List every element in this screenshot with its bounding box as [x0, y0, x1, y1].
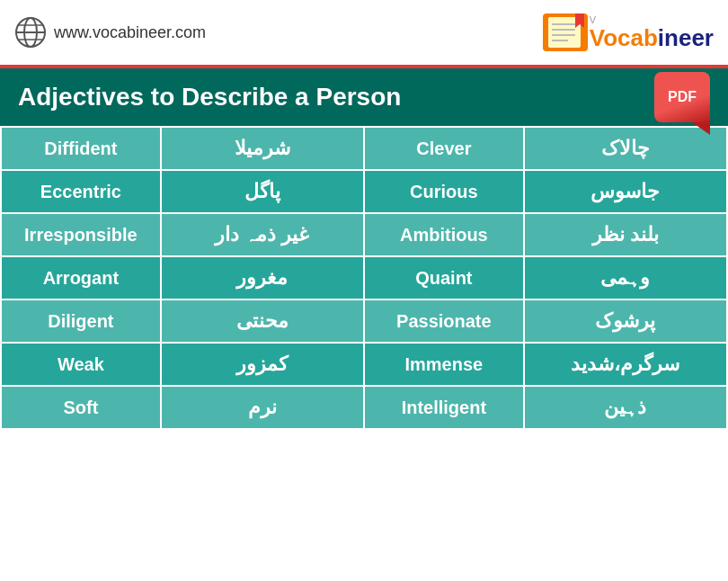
website-text: www.vocabineer.com	[54, 23, 206, 42]
english-word-right: Intelligent	[364, 386, 524, 429]
logo-voca: Vocab	[590, 24, 658, 51]
urdu-word-left: محنتی	[161, 299, 364, 343]
vocab-table: DiffidentشرمیلاCleverچالاکEccentricپاگلC…	[0, 126, 728, 430]
table-row: DiffidentشرمیلاCleverچالاک	[1, 127, 727, 170]
english-word-left: Irresponsible	[1, 213, 161, 256]
logo: V Vocabineer	[541, 10, 714, 55]
website-url: www.vocabineer.com	[14, 16, 206, 49]
urdu-word-left: نرم	[161, 386, 364, 429]
urdu-word-right: پرشوک	[524, 299, 727, 343]
english-word-left: Arrogant	[1, 256, 161, 299]
english-word-left: Diffident	[1, 127, 161, 170]
english-word-right: Curious	[364, 170, 524, 213]
table-row: WeakکمزورImmenseسرگرم،شدید	[1, 343, 727, 386]
logo-full: Vocabineer	[590, 25, 714, 51]
pdf-badge-tab	[692, 122, 710, 135]
english-word-left: Weak	[1, 343, 161, 386]
logo-book-icon	[541, 10, 590, 55]
urdu-word-left: شرمیلا	[161, 127, 364, 170]
urdu-word-right: جاسوس	[524, 170, 727, 213]
urdu-word-left: مغرور	[161, 256, 364, 299]
urdu-word-right: بلند نظر	[524, 213, 727, 256]
table-row: DiligentمحنتیPassionateپرشوک	[1, 299, 727, 343]
english-word-right: Clever	[364, 127, 524, 170]
pdf-label: PDF	[668, 89, 697, 105]
urdu-word-right: ذہین	[524, 386, 727, 429]
urdu-word-right: سرگرم،شدید	[524, 343, 727, 386]
top-bar: www.vocabineer.com V Vocabineer	[0, 0, 728, 65]
table-row: Irresponsibleغیر ذمہ دارAmbitiousبلند نظ…	[1, 213, 727, 256]
english-word-left: Eccentric	[1, 170, 161, 213]
globe-icon	[14, 16, 47, 49]
english-word-right: Immense	[364, 343, 524, 386]
urdu-word-right: وہمی	[524, 256, 727, 299]
logo-bineer: ineer	[658, 24, 714, 51]
urdu-word-left: کمزور	[161, 343, 364, 386]
pdf-badge-container[interactable]: PDF	[654, 72, 710, 122]
table-row: EccentricپاگلCuriousجاسوس	[1, 170, 727, 213]
english-word-right: Passionate	[364, 299, 524, 343]
page-header: Adjectives to Describe a Person PDF	[0, 68, 728, 126]
urdu-word-left: غیر ذمہ دار	[161, 213, 364, 256]
page-title: Adjectives to Describe a Person	[18, 83, 401, 112]
english-word-left: Soft	[1, 386, 161, 429]
table-row: SoftنرمIntelligentذہین	[1, 386, 727, 429]
table-row: ArrogantمغرورQuaintوہمی	[1, 256, 727, 299]
urdu-word-left: پاگل	[161, 170, 364, 213]
english-word-left: Diligent	[1, 299, 161, 343]
pdf-badge[interactable]: PDF	[654, 72, 710, 122]
english-word-right: Ambitious	[364, 213, 524, 256]
english-word-right: Quaint	[364, 256, 524, 299]
